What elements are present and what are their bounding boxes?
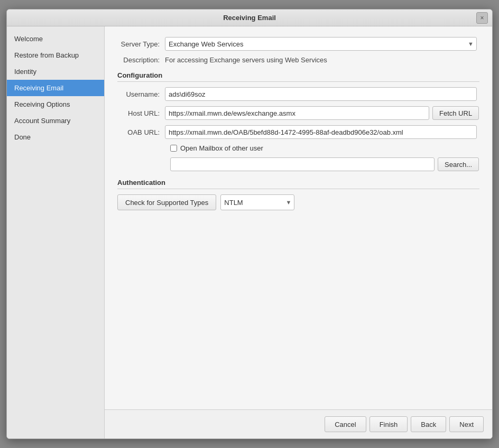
server-type-select-wrapper: Exchange Web Services ▼ <box>165 37 477 51</box>
open-mailbox-row: Open Mailbox of other user <box>170 144 479 152</box>
username-input[interactable] <box>165 87 477 101</box>
sidebar-item-receiving-options[interactable]: Receiving Options <box>7 96 104 113</box>
window-title: Receiving Email <box>223 14 276 22</box>
form-area: Server Type: Exchange Web Services ▼ Des… <box>105 26 492 409</box>
description-label: Description: <box>117 56 165 64</box>
oab-url-input[interactable] <box>165 125 477 139</box>
main-content-area: Welcome Restore from Backup Identity Rec… <box>7 26 492 438</box>
sidebar-item-done[interactable]: Done <box>7 129 104 145</box>
sidebar-item-welcome[interactable]: Welcome <box>7 31 104 47</box>
oab-url-label: OAB URL: <box>117 128 165 136</box>
host-url-label: Host URL: <box>117 109 165 117</box>
dialog-window: Receiving Email × Welcome Restore from B… <box>6 9 493 439</box>
fetch-url-button[interactable]: Fetch URL <box>432 106 479 120</box>
main-panel: Server Type: Exchange Web Services ▼ Des… <box>105 26 492 438</box>
server-type-select[interactable]: Exchange Web Services <box>165 37 477 51</box>
check-supported-types-button[interactable]: Check for Supported Types <box>117 194 216 210</box>
ntlm-select[interactable]: NTLM Basic Kerberos OAuth2 <box>220 194 294 210</box>
cancel-button[interactable]: Cancel <box>325 416 366 432</box>
authentication-header: Authentication <box>117 179 479 189</box>
description-row: Description: For accessing Exchange serv… <box>117 56 479 64</box>
oab-url-row: OAB URL: <box>117 125 479 139</box>
finish-button[interactable]: Finish <box>369 416 408 432</box>
sidebar-item-account-summary[interactable]: Account Summary <box>7 113 104 129</box>
server-type-label: Server Type: <box>117 40 165 48</box>
sidebar-item-identity[interactable]: Identity <box>7 63 104 80</box>
username-label: Username: <box>117 90 165 98</box>
footer: Cancel Finish Back Next <box>105 409 492 438</box>
sidebar: Welcome Restore from Backup Identity Rec… <box>7 26 105 438</box>
host-url-input[interactable] <box>165 106 429 120</box>
server-type-row: Server Type: Exchange Web Services ▼ <box>117 37 479 51</box>
open-mailbox-checkbox[interactable] <box>170 145 177 152</box>
auth-row: Check for Supported Types NTLM Basic Ker… <box>117 194 479 210</box>
mailbox-search-row: Search... <box>170 157 479 171</box>
host-url-row: Host URL: Fetch URL <box>117 106 479 120</box>
titlebar: Receiving Email × <box>7 10 492 26</box>
mailbox-input[interactable] <box>170 157 435 171</box>
configuration-header: Configuration <box>117 71 479 82</box>
back-button[interactable]: Back <box>411 416 446 432</box>
username-row: Username: <box>117 87 479 101</box>
next-button[interactable]: Next <box>449 416 484 432</box>
close-button[interactable]: × <box>476 12 488 24</box>
sidebar-item-restore-from-backup[interactable]: Restore from Backup <box>7 47 104 63</box>
sidebar-item-receiving-email[interactable]: Receiving Email <box>7 80 104 96</box>
search-button[interactable]: Search... <box>438 157 479 171</box>
ntlm-select-wrapper: NTLM Basic Kerberos OAuth2 ▼ <box>220 194 294 210</box>
description-value: For accessing Exchange servers using Web… <box>165 56 327 64</box>
open-mailbox-label[interactable]: Open Mailbox of other user <box>180 144 263 152</box>
